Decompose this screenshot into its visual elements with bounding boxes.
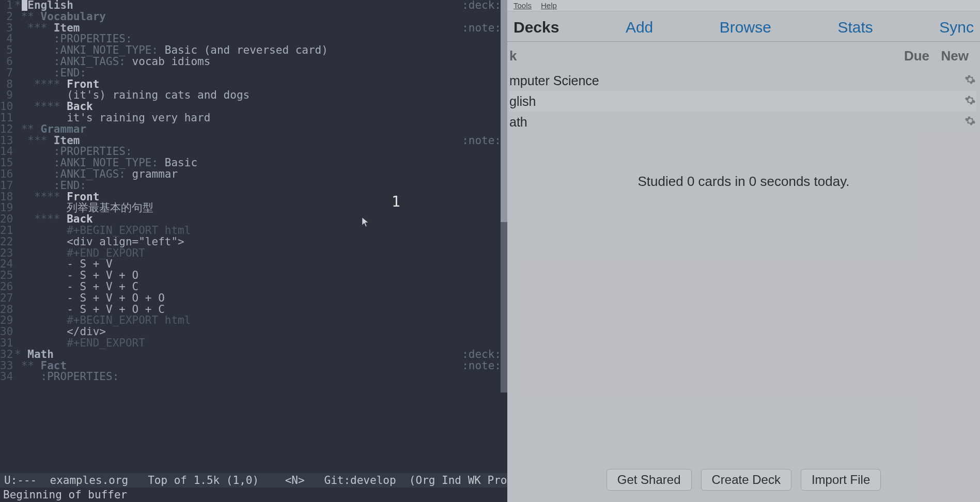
prop-begin: :PROPERTIES: xyxy=(54,33,132,45)
heading-front: Front xyxy=(67,78,99,90)
study-summary: Studied 0 cards in 0 seconds today. xyxy=(507,174,980,190)
export-end: #+END_EXPORT xyxy=(67,247,145,259)
prop-note-type-key: :ANKI_NOTE_TYPE: xyxy=(54,156,158,169)
heading-english: English xyxy=(27,0,73,11)
tab-decks[interactable]: Decks xyxy=(509,19,563,36)
deck-name[interactable]: mputer Science xyxy=(509,73,862,88)
modeline[interactable]: U:--- examples.org Top of 1.5k (1,0) <N>… xyxy=(0,473,507,488)
menu-help[interactable]: Help xyxy=(541,1,557,10)
prop-note-type-value: Basic (and reversed card) xyxy=(165,44,328,56)
deck-name[interactable]: ath xyxy=(509,115,862,130)
deck-list: mputer Science glish ath xyxy=(507,68,980,132)
prop-note-type-value: Basic xyxy=(165,156,197,169)
prop-note-type-key: :ANKI_NOTE_TYPE: xyxy=(54,44,158,56)
anki-window: Tools Help Decks Add Browse Stats Sync k… xyxy=(507,0,980,502)
mouse-cursor-icon xyxy=(362,217,369,227)
gear-icon[interactable] xyxy=(955,73,976,88)
minibuffer[interactable]: Beginning of buffer xyxy=(0,488,507,502)
tab-add[interactable]: Add xyxy=(621,19,657,36)
heading-item: Item xyxy=(54,22,80,34)
html-div-open: <div align="left"> xyxy=(67,236,184,248)
anki-overlay-number: 1 xyxy=(392,196,400,208)
col-due: Due xyxy=(883,48,929,64)
list-item: - S + V + O + O xyxy=(67,292,165,304)
bottom-button-bar: Get Shared Create Deck Import File xyxy=(507,469,980,491)
deck-row[interactable]: mputer Science xyxy=(509,70,976,91)
export-begin: #+BEGIN_EXPORT html xyxy=(67,314,191,326)
list-item: - S + V + O + C xyxy=(67,303,165,316)
tab-sync[interactable]: Sync xyxy=(935,19,978,36)
tag-note: :note: xyxy=(462,360,501,372)
prop-tags-key: :ANKI_TAGS: xyxy=(54,55,126,68)
tag-note: :note: xyxy=(462,135,501,147)
heading-item: Item xyxy=(54,134,80,147)
html-div-close: </div> xyxy=(67,325,106,338)
deck-name[interactable]: glish xyxy=(509,94,862,109)
export-begin: #+BEGIN_EXPORT html xyxy=(67,224,191,237)
text-cursor xyxy=(22,0,27,11)
menu-bar: Tools Help xyxy=(507,0,980,11)
import-file-button[interactable]: Import File xyxy=(801,469,881,491)
heading-math: Math xyxy=(27,348,54,360)
nav-tabs: Decks Add Browse Stats Sync xyxy=(507,11,980,42)
front-content: (it's) raining cats and dogs xyxy=(67,89,250,101)
tab-browse[interactable]: Browse xyxy=(715,19,775,36)
back-content: it's raining very hard xyxy=(67,112,210,124)
deck-row[interactable]: glish xyxy=(509,91,976,112)
heading-vocabulary: Vocabulary xyxy=(41,10,106,23)
editor-pane: 1 2 3 4 5 6 7 8 9 10 11 12 13 14 15 16 1… xyxy=(0,0,507,502)
prop-end: :END: xyxy=(54,179,86,192)
col-new: New xyxy=(929,48,976,64)
heading-back: Back xyxy=(67,213,93,225)
tag-deck: :deck: xyxy=(462,349,501,360)
list-item: - S + V + C xyxy=(67,280,138,293)
export-end: #+END_EXPORT xyxy=(67,337,145,349)
heading-fact: Fact xyxy=(41,359,67,372)
editor-body[interactable]: 1 2 3 4 5 6 7 8 9 10 11 12 13 14 15 16 1… xyxy=(0,0,507,473)
deck-row[interactable]: ath xyxy=(509,112,976,132)
prop-begin: :PROPERTIES: xyxy=(54,145,132,158)
deck-list-header: k Due New xyxy=(507,42,980,68)
col-deck: k xyxy=(509,48,883,64)
tag-deck: :deck: xyxy=(462,0,501,11)
get-shared-button[interactable]: Get Shared xyxy=(606,469,692,491)
menu-tools[interactable]: Tools xyxy=(514,1,532,10)
heading-back: Back xyxy=(67,100,93,113)
prop-end: :END: xyxy=(54,67,86,79)
prop-begin: :PROPERTIES: xyxy=(41,370,119,383)
prop-tags-value: vocab idioms xyxy=(132,55,211,68)
prop-tags-value: grammar xyxy=(132,168,178,180)
prop-tags-key: :ANKI_TAGS: xyxy=(54,168,126,180)
tag-note: :note: xyxy=(462,23,501,34)
front-content: 列举最基本的句型 xyxy=(67,201,153,214)
gear-icon[interactable] xyxy=(955,94,976,109)
list-item: - S + V + O xyxy=(67,269,138,281)
heading-front: Front xyxy=(67,191,99,203)
gear-icon[interactable] xyxy=(955,115,976,130)
heading-grammar: Grammar xyxy=(41,123,87,135)
list-item: - S + V xyxy=(67,258,113,270)
tab-stats[interactable]: Stats xyxy=(833,19,877,36)
code-area[interactable]: * English:deck: ** Vocabulary *** Item:n… xyxy=(0,0,507,383)
create-deck-button[interactable]: Create Deck xyxy=(701,469,791,491)
